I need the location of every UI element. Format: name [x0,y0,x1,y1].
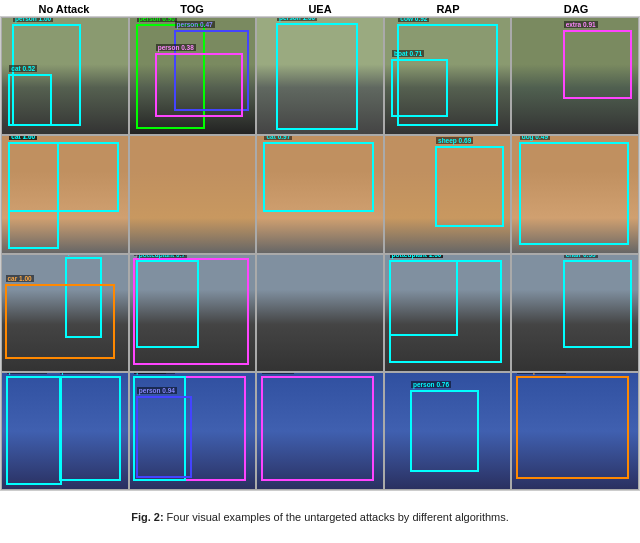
label-r3c5-chair: chair 0.55 [564,254,598,259]
cell-r3c4: pottedplant 0.97 pottedplant 1.00 [384,254,512,372]
caption-text: Fig. 2: Four visual examples of the unta… [131,511,509,523]
label-r3c1-person: person 0.99 [66,254,106,255]
cell-r2c5: dog 0.49 [511,135,639,253]
cell-r2c1: cat 0.95 cat 1.00 [1,135,129,253]
caption-fig-text: Four visual examples of the untargeted a… [164,511,509,523]
label-r2c5-dog: dog 0.49 [520,135,550,140]
label-r4c3-sofa: sofa 0.98 [262,372,294,374]
cell-r4c1: person 0.92 person 1.00 [1,372,129,490]
figure-caption: Fig. 2: Four visual examples of the unta… [0,491,640,543]
cell-r1c2: person 0.90 person 0.47 person 0.38 [129,17,257,135]
cell-r2c3: cat 0.97 [256,135,384,253]
label-r4c4-person: person 0.76 [411,381,451,388]
cell-r1c4: boat 0.71 cow 0.92 [384,17,512,135]
label-r4c1-person1: person 0.92 [7,372,47,374]
label-r4c1-person2: person 1.00 [60,372,100,374]
cell-r3c3 [256,254,384,372]
cell-r4c5: aeroplane 5.71 [511,372,639,490]
main-container: No Attack TOG UEA RAP DAG person 1.00 ca… [0,0,640,543]
cell-r3c1: person 0.99 car 1.00 [1,254,129,372]
cell-r4c4: person 0.76 [384,372,512,490]
column-headers: No Attack TOG UEA RAP DAG [0,0,640,16]
cell-r3c2: pottedplant 0.4 pottedplant 0.7 [129,254,257,372]
label-r1c1-cat: cat 0.52 [9,65,37,72]
label-r1c2-person1: person 0.90 [137,17,177,22]
cell-r3c5: chair 0.55 [511,254,639,372]
cell-r1c5: extra 0.91 [511,17,639,135]
label-r2c1-cat2: cat 1.00 [9,135,37,140]
label-r1c1-person: person 1.00 [13,17,53,22]
label-r1c4-cow: cow 0.92 [398,17,429,22]
label-r4c2-person1: person 0.72 [134,372,174,374]
label-r3c4-pp2: pottedplant 1.00 [390,254,444,259]
label-r4c5-aeroplane: aeroplane 5.71 [517,372,566,374]
header-col5: DAG [512,2,640,16]
cell-r1c1: person 1.00 cat 0.52 [1,17,129,135]
header-col3: UEA [256,2,384,16]
label-r1c2-extra: person 0.38 [156,44,196,51]
label-r3c1-car: car 1.00 [6,275,34,282]
image-grid: person 1.00 cat 0.52 person 0.90 person … [0,16,640,491]
cell-r4c2: sofa 0.63 person 0.72 person 0.94 [129,372,257,490]
caption-fig-label: Fig. 2: [131,511,163,523]
cell-r4c3: sofa 0.98 [256,372,384,490]
label-r4c2-person2: person 0.94 [137,387,177,394]
label-r1c5-extra: extra 0.91 [564,21,598,28]
label-r2c3-cat: cat 0.97 [264,135,292,140]
label-r1c3-person: person 1.00 [277,17,317,21]
cell-r2c2 [129,135,257,253]
header-col2: TOG [128,2,256,16]
header-col4: RAP [384,2,512,16]
cell-r1c3: person 1.00 [256,17,384,135]
cell-r2c4: sheep 0.69 [384,135,512,253]
header-col1: No Attack [0,2,128,16]
label-r1c2-person2: person 0.47 [175,21,215,28]
label-r2c4-sheep: sheep 0.69 [436,137,473,144]
label-r3c2-pp2: pottedplant 0.7 [137,254,187,259]
